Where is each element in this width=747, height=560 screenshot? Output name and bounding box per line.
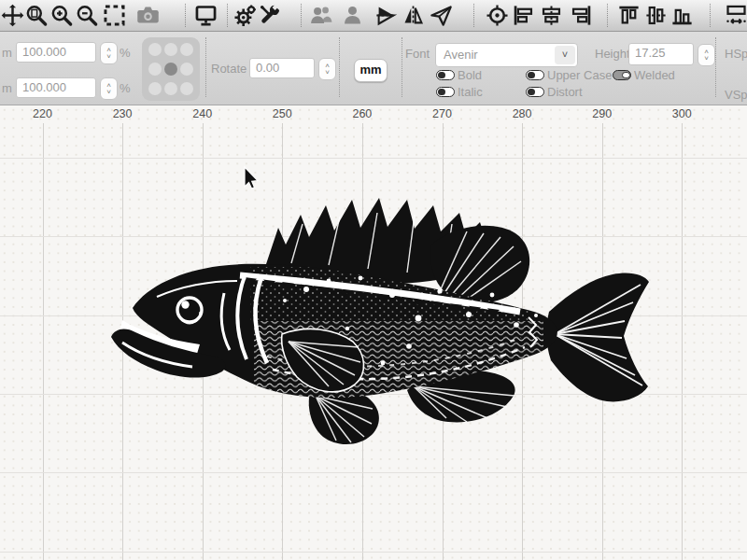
toggle-knob bbox=[622, 72, 630, 79]
toggle-knob bbox=[528, 72, 536, 78]
toggle-label: Welded bbox=[634, 68, 675, 82]
mouse-cursor bbox=[245, 167, 258, 189]
toggle-label: Italic bbox=[458, 85, 483, 99]
fish-artwork[interactable] bbox=[0, 0, 747, 560]
toggle-label: Upper Case bbox=[547, 68, 612, 82]
toggle-knob bbox=[438, 72, 446, 78]
toggle-distort[interactable] bbox=[526, 87, 544, 97]
toggle-label: Distort bbox=[547, 85, 583, 99]
toggle-italic[interactable] bbox=[436, 87, 455, 97]
toggle-welded[interactable] bbox=[613, 70, 631, 80]
toggle-bold[interactable] bbox=[436, 70, 455, 80]
toggle-label: Bold bbox=[458, 68, 482, 82]
app-window: m 100.000 ˄˅ % m 100.000 ˄˅ % Rotate 0.0… bbox=[0, 0, 747, 560]
toggle-upper-case[interactable] bbox=[526, 70, 544, 80]
toggle-knob bbox=[528, 89, 536, 95]
toggle-knob bbox=[438, 89, 446, 95]
